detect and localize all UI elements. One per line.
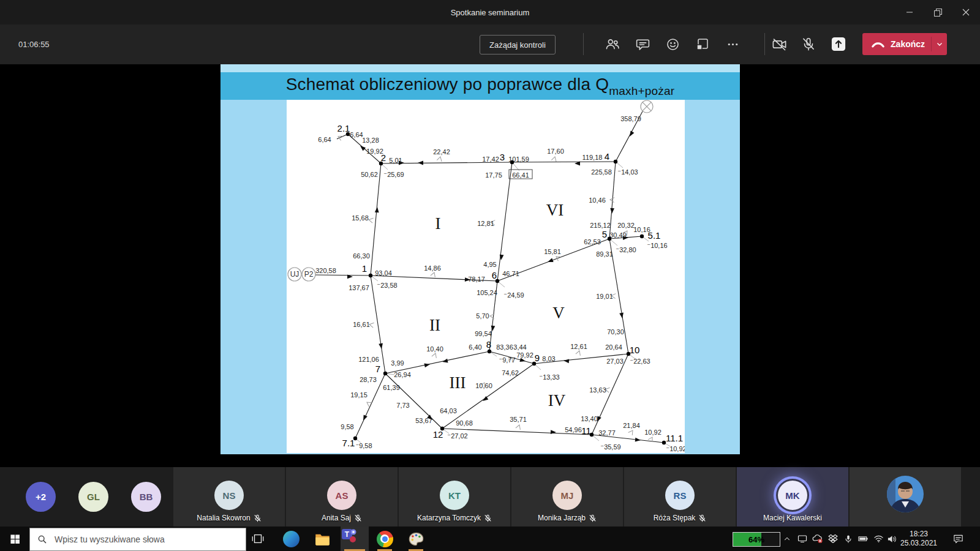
svg-text:12,61: 12,61 (570, 343, 587, 350)
action-center-button[interactable] (951, 527, 966, 551)
svg-text:66,41: 66,41 (512, 171, 529, 179)
teams-taskbar-button[interactable]: T (341, 527, 369, 551)
svg-text:105,24: 105,24 (477, 289, 497, 296)
svg-text:83,36: 83,36 (496, 343, 513, 351)
participants-button[interactable] (600, 32, 625, 56)
chevron-up-icon (783, 534, 791, 543)
svg-text:215,12: 215,12 (590, 222, 611, 229)
search-input[interactable] (53, 534, 227, 545)
taskbar-clock[interactable]: 18:23 25.03.2021 (895, 527, 942, 551)
reactions-button[interactable] (660, 32, 685, 56)
notification-icon (953, 534, 963, 544)
avatar: NS (214, 481, 244, 510)
paint-taskbar-button[interactable] (402, 527, 430, 551)
svg-text:225,58: 225,58 (591, 168, 612, 176)
svg-text:7.1: 7.1 (342, 438, 355, 448)
mic-off-icon (484, 514, 492, 522)
participant-video-tile[interactable] (850, 467, 961, 527)
avatar[interactable]: BB (131, 482, 161, 512)
svg-text:10,92: 10,92 (644, 429, 662, 436)
participant-tile[interactable]: MJ Monika Jarząb (511, 467, 623, 527)
svg-text:78,17: 78,17 (468, 276, 485, 283)
avatar[interactable]: GL (78, 482, 108, 512)
breakout-rooms-button[interactable] (690, 32, 715, 56)
overflow-participants-badge[interactable]: +2 (26, 482, 56, 512)
taskbar-search[interactable] (29, 528, 246, 551)
tray-expand-button[interactable] (779, 527, 794, 551)
dropbox-icon (828, 534, 838, 544)
tray-display-button[interactable] (794, 527, 810, 551)
hang-up-icon (871, 40, 885, 48)
svg-text:VI: VI (546, 201, 564, 219)
svg-text:14,86: 14,86 (424, 264, 441, 272)
edge-taskbar-button[interactable] (277, 527, 305, 551)
svg-text:15,68: 15,68 (352, 214, 369, 222)
svg-text:⁻24,59: ⁻24,59 (503, 291, 524, 299)
reactions-icon (665, 37, 680, 52)
svg-text:32,77: 32,77 (598, 429, 616, 437)
svg-text:5,01: 5,01 (389, 157, 402, 164)
avatar: KT (440, 481, 469, 510)
avatar: RS (665, 481, 695, 510)
svg-text:54,96: 54,96 (565, 426, 582, 433)
participant-tile[interactable]: KT Katarzyna Tomczyk (399, 467, 510, 527)
avatar-speaking: MK (778, 481, 807, 510)
file-explorer-taskbar-button[interactable] (308, 527, 336, 551)
task-view-icon (251, 532, 265, 545)
windows-logo-icon (10, 534, 20, 544)
svg-text:⁻25,69: ⁻25,69 (383, 171, 404, 178)
svg-text:3,99: 3,99 (391, 359, 404, 367)
tray-microphone-button[interactable] (840, 527, 856, 551)
svg-text:121,06: 121,06 (358, 356, 379, 363)
meeting-toolbar: 01:06:55 Zażądaj kontroli (0, 24, 980, 65)
chrome-taskbar-button[interactable] (371, 527, 399, 551)
svg-text:20,64: 20,64 (605, 343, 622, 351)
svg-text:3: 3 (500, 152, 505, 162)
svg-text:35,71: 35,71 (510, 416, 527, 423)
svg-text:30,49: 30,49 (609, 231, 627, 239)
svg-text:21,84: 21,84 (623, 422, 640, 429)
end-call-button[interactable]: Zakończ (862, 33, 947, 55)
shared-screen-stage: Schemat obliczeniowy po poprawce dla Qma… (0, 64, 980, 467)
task-view-button[interactable] (244, 527, 272, 551)
minimize-button[interactable] (895, 0, 924, 24)
participant-tile[interactable]: RS Róża Stępak (624, 467, 736, 527)
window-titlebar: Spotkanie seminarium (0, 0, 980, 24)
tray-onedrive-button[interactable] (810, 527, 825, 551)
mic-off-button[interactable] (796, 32, 821, 56)
slide-top-strip (221, 64, 740, 72)
svg-text:6,64: 6,64 (350, 131, 363, 138)
svg-text:8,03: 8,03 (542, 355, 555, 362)
clock-time: 18:23 (910, 530, 928, 539)
mic-off-icon (589, 514, 597, 522)
mic-off-icon (354, 514, 362, 522)
svg-text:T: T (345, 530, 350, 539)
svg-text:⁻23,58: ⁻23,58 (377, 282, 397, 289)
participant-tile[interactable]: NS Natalia Skowron (173, 467, 285, 527)
participant-tile[interactable]: AS Anita Saj (286, 467, 398, 527)
chat-button[interactable] (630, 32, 655, 56)
participant-name: Róża Stępak (654, 514, 696, 522)
chat-icon (635, 37, 650, 52)
svg-text:⁻13,33: ⁻13,33 (539, 373, 559, 381)
svg-text:9,58: 9,58 (341, 423, 353, 430)
battery-meter-widget[interactable]: 64% (733, 532, 780, 547)
svg-text:53,67: 53,67 (415, 417, 432, 424)
participant-tile-speaking[interactable]: MK Maciej Kawalerski (737, 467, 848, 527)
tray-dropbox-button[interactable] (825, 527, 840, 551)
tray-battery-button[interactable] (856, 527, 871, 551)
end-call-options-button[interactable] (932, 40, 947, 48)
camera-off-button[interactable] (767, 32, 791, 56)
restore-button[interactable] (924, 0, 952, 24)
microphone-icon (844, 534, 853, 544)
svg-text:99,54: 99,54 (475, 330, 492, 337)
request-control-button[interactable]: Zażądaj kontroli (480, 35, 556, 54)
meeting-timer: 01:06:55 (18, 24, 50, 64)
stop-presenting-button[interactable] (826, 32, 851, 56)
close-button[interactable] (952, 0, 980, 24)
start-button[interactable] (0, 527, 29, 551)
svg-text:90,68: 90,68 (456, 419, 473, 427)
svg-text:46,71: 46,71 (502, 270, 519, 277)
more-actions-button[interactable] (720, 32, 745, 56)
svg-text:4: 4 (605, 151, 609, 162)
